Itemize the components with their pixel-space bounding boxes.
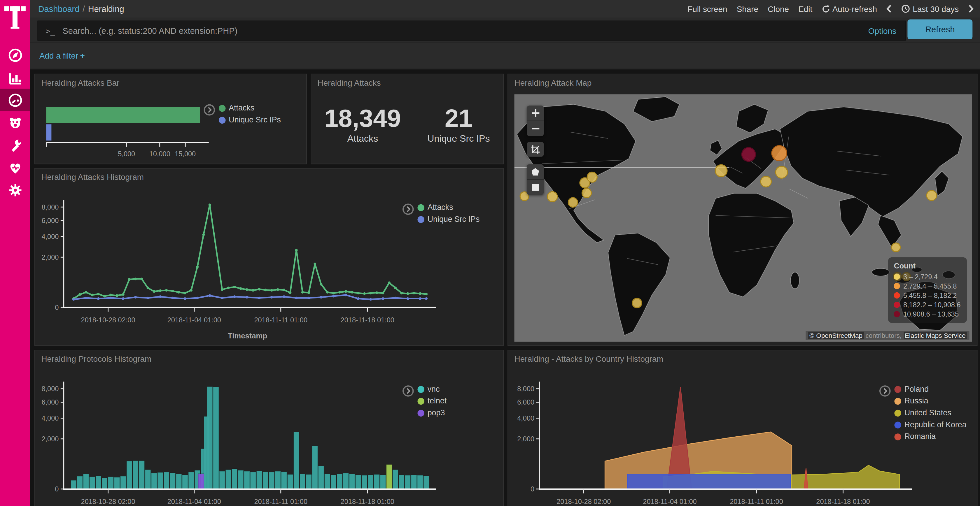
sidebar-nav bbox=[0, 44, 30, 201]
chart-legend: vnctelnetpop3 bbox=[417, 385, 447, 417]
legend-toggle-arrow-icon[interactable] bbox=[204, 104, 215, 116]
telekom-logo[interactable] bbox=[0, 0, 30, 35]
legend-item[interactable]: Attacks bbox=[219, 104, 281, 113]
legend-item[interactable]: Romania bbox=[894, 432, 966, 441]
attacks-line-chart[interactable]: 02,0004,0006,0008,0002018-10-28 02:00201… bbox=[38, 194, 438, 342]
map-zoom-control bbox=[527, 106, 544, 136]
map-legend-item: 3 – 2,729.4 bbox=[894, 273, 961, 281]
legend-dot bbox=[894, 398, 901, 404]
map-legend-item: 5,455.8 – 8,182.2 bbox=[894, 292, 961, 299]
bear-icon bbox=[7, 114, 23, 130]
osm-attribution-link[interactable]: © OpenStreetMap bbox=[808, 332, 864, 339]
clone-button[interactable]: Clone bbox=[768, 4, 789, 13]
panel-attacks-histogram: Heralding Attacks Histogram 02,0004,0006… bbox=[34, 168, 504, 346]
auto-refresh-button[interactable]: Auto-refresh bbox=[822, 4, 877, 13]
full-screen-button[interactable]: Full screen bbox=[687, 4, 727, 13]
legend-dot bbox=[417, 398, 425, 404]
legend-toggle-arrow-icon[interactable] bbox=[880, 385, 891, 397]
legend-item[interactable]: Republic of Korea bbox=[894, 420, 966, 429]
svg-text:2018-11-18 01:00: 2018-11-18 01:00 bbox=[340, 316, 395, 324]
sidebar-item-compass[interactable] bbox=[0, 44, 30, 66]
add-filter-button[interactable]: Add a filter+ bbox=[40, 51, 85, 60]
plus-icon bbox=[531, 109, 539, 117]
top-navbar: Dashboard/Heralding Full screen Share Cl… bbox=[30, 0, 980, 17]
attacks-bar-chart[interactable]: 5,00010,00015,000 bbox=[39, 99, 226, 162]
svg-text:2018-11-18 01:00: 2018-11-18 01:00 bbox=[816, 498, 870, 505]
svg-text:2018-10-28 02:00: 2018-10-28 02:00 bbox=[81, 316, 135, 324]
map-fit-control bbox=[527, 142, 544, 157]
svg-text:Timestamp: Timestamp bbox=[228, 332, 267, 340]
protocols-bar-chart[interactable]: 02,0004,0006,0008,0002018-10-28 02:00201… bbox=[38, 376, 438, 506]
map-canvas[interactable]: Count 3 – 2,729.42,729.4 – 5,455.85,455.… bbox=[514, 94, 972, 342]
zoom-in-button[interactable] bbox=[527, 106, 544, 121]
svg-text:6,000: 6,000 bbox=[41, 399, 59, 406]
sidebar-item-bar-chart[interactable] bbox=[0, 66, 30, 89]
sidebar-item-heartbeat[interactable] bbox=[0, 156, 30, 179]
metric-group: 18,349 Attacks 21 Unique Src IPs bbox=[311, 104, 503, 144]
legend-toggle-arrow-icon[interactable] bbox=[402, 204, 414, 215]
chart-legend: PolandRussiaUnited StatesRepublic of Kor… bbox=[894, 385, 966, 441]
query-bar: >_ Options Refresh bbox=[30, 17, 980, 43]
legend-label: telnet bbox=[428, 397, 447, 405]
options-link[interactable]: Options bbox=[868, 26, 896, 35]
panel-attacks-metric: Heralding Attacks 18,349 Attacks 21 Uniq… bbox=[310, 74, 504, 164]
sidebar-item-gauge[interactable] bbox=[0, 89, 30, 111]
sidebar-item-gear[interactable] bbox=[0, 179, 30, 201]
map-legend-label: 8,182.2 – 10,908.6 bbox=[903, 301, 961, 309]
legend-dot bbox=[417, 409, 425, 417]
legend-item[interactable]: Unique Src IPs bbox=[219, 116, 281, 124]
legend-dot bbox=[894, 433, 901, 440]
terminal-prompt-icon: >_ bbox=[46, 26, 55, 35]
legend-item[interactable]: Poland bbox=[894, 385, 966, 393]
legend-item[interactable]: telnet bbox=[417, 397, 447, 405]
legend-item[interactable]: Russia bbox=[894, 397, 966, 405]
sidebar-item-bear[interactable] bbox=[0, 111, 30, 133]
country-area-chart[interactable]: 02,0004,0006,0008,0002018-10-28 02:00201… bbox=[511, 376, 913, 506]
legend-item[interactable]: Unique Src IPs bbox=[417, 215, 479, 224]
topbar-actions: Full screen Share Clone Edit Auto-refres… bbox=[687, 4, 980, 13]
breadcrumb-dashboard-link[interactable]: Dashboard bbox=[38, 4, 80, 13]
legend-dot bbox=[894, 421, 901, 428]
svg-text:2018-11-11 01:00: 2018-11-11 01:00 bbox=[730, 498, 783, 505]
metric-attacks: 18,349 Attacks bbox=[325, 104, 401, 144]
map-draw-control bbox=[527, 164, 544, 195]
crop-icon bbox=[531, 144, 540, 154]
ems-attribution-link[interactable]: Elastic Maps Service bbox=[904, 332, 967, 339]
map-legend-label: 5,455.8 – 8,182.2 bbox=[903, 292, 957, 299]
svg-text:2018-11-11 01:00: 2018-11-11 01:00 bbox=[255, 316, 308, 324]
map-legend-label: 3 – 2,729.4 bbox=[903, 273, 938, 281]
svg-text:8,000: 8,000 bbox=[517, 385, 535, 393]
svg-text:0: 0 bbox=[531, 485, 535, 493]
chart-legend: AttacksUnique Src IPs bbox=[417, 203, 479, 224]
share-button[interactable]: Share bbox=[737, 4, 758, 13]
svg-text:2018-11-11 01:00: 2018-11-11 01:00 bbox=[255, 498, 308, 505]
legend-item[interactable]: United States bbox=[894, 408, 966, 417]
zoom-out-button[interactable] bbox=[527, 121, 544, 136]
map-legend-dot bbox=[894, 274, 900, 280]
legend-dot bbox=[417, 385, 425, 393]
legend-label: Attacks bbox=[428, 203, 453, 212]
sidebar-item-wrench[interactable] bbox=[0, 134, 30, 156]
edit-button[interactable]: Edit bbox=[798, 4, 812, 13]
map-legend-item: 2,729.4 – 5,455.8 bbox=[894, 282, 961, 290]
svg-text:15,000: 15,000 bbox=[175, 150, 196, 158]
crop-button[interactable] bbox=[527, 142, 544, 157]
gauge-icon bbox=[7, 92, 23, 108]
legend-item[interactable]: vnc bbox=[417, 385, 447, 393]
chevron-left-icon[interactable] bbox=[886, 5, 892, 13]
legend-toggle-arrow-icon[interactable] bbox=[402, 385, 414, 397]
legend-item[interactable]: Attacks bbox=[417, 203, 479, 212]
time-range-picker[interactable]: Last 30 days bbox=[902, 4, 959, 13]
svg-text:0: 0 bbox=[55, 304, 59, 311]
breadcrumb-separator: / bbox=[83, 4, 85, 13]
legend-item[interactable]: pop3 bbox=[417, 408, 447, 417]
filter-bar: Add a filter+ bbox=[30, 43, 980, 70]
draw-rectangle-button[interactable] bbox=[527, 179, 544, 195]
map-legend-dot bbox=[894, 302, 900, 308]
draw-polygon-button[interactable] bbox=[527, 164, 544, 179]
search-input[interactable] bbox=[61, 25, 868, 36]
refresh-button[interactable]: Refresh bbox=[907, 19, 972, 40]
chevron-right-icon[interactable] bbox=[968, 5, 974, 13]
legend-label: pop3 bbox=[428, 408, 445, 417]
panel-title: Heralding Protocols Histogram bbox=[41, 354, 151, 363]
